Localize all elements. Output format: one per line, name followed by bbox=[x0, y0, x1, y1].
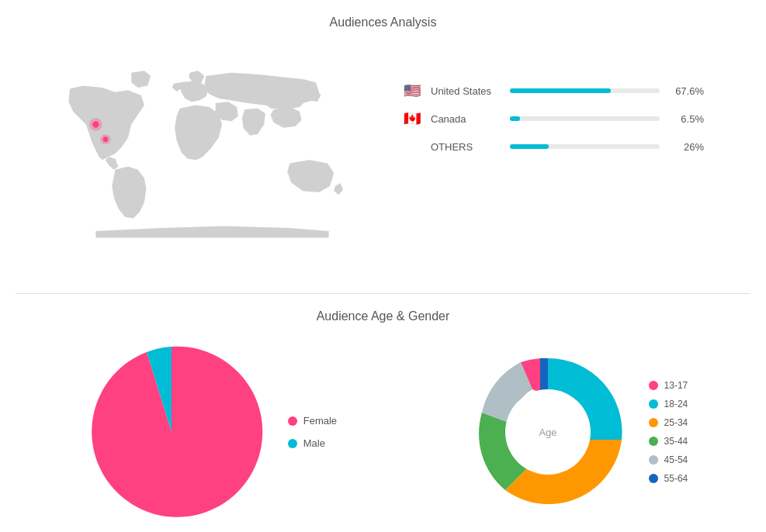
donut-center-text: Age bbox=[539, 427, 556, 438]
label-5564: 55-64 bbox=[664, 473, 688, 484]
label-2534: 25-34 bbox=[664, 417, 688, 428]
world-map-svg bbox=[31, 60, 393, 247]
female-slice bbox=[92, 347, 262, 517]
dot-3544 bbox=[649, 437, 658, 446]
legend-container: 🇺🇸 United States 67.6% 🇨🇦 Canada 6.5% O bbox=[393, 60, 719, 183]
female-label: Female bbox=[303, 415, 337, 427]
donut-svg: Age bbox=[463, 347, 633, 517]
charts-row: Female Male bbox=[16, 339, 750, 525]
gender-legend-female: Female bbox=[288, 415, 337, 427]
dot-4554 bbox=[649, 455, 658, 465]
female-dot bbox=[288, 416, 297, 426]
flag-us: 🇺🇸 bbox=[401, 84, 423, 98]
age-legend-1317: 13-17 bbox=[649, 380, 688, 391]
legend-row-us: 🇺🇸 United States 67.6% bbox=[401, 84, 704, 98]
flag-others bbox=[401, 140, 423, 154]
bar-fill-others bbox=[510, 144, 549, 149]
gender-legend: Female Male bbox=[288, 415, 337, 449]
label-3544: 35-44 bbox=[664, 436, 688, 447]
dot-2534 bbox=[649, 418, 658, 427]
label-others: OTHERS bbox=[431, 141, 501, 153]
bar-track-others bbox=[510, 144, 660, 149]
bar-track-ca bbox=[510, 116, 660, 121]
svg-point-1 bbox=[92, 121, 99, 127]
age-legend-5564: 55-64 bbox=[649, 473, 688, 484]
age-legend-2534: 25-34 bbox=[649, 417, 688, 428]
audiences-analysis-section: Audiences Analysis bbox=[0, 0, 766, 293]
legend-row-ca: 🇨🇦 Canada 6.5% bbox=[401, 112, 704, 126]
pct-ca: 6.5% bbox=[669, 113, 704, 125]
age-legend-1824: 18-24 bbox=[649, 399, 688, 409]
bar-track-us bbox=[510, 88, 660, 93]
male-label: Male bbox=[303, 437, 325, 449]
gender-legend-male: Male bbox=[288, 437, 337, 449]
dot-5564 bbox=[649, 474, 658, 483]
pie-svg bbox=[78, 339, 265, 525]
age-gender-title: Audience Age & Gender bbox=[16, 309, 750, 323]
pct-others: 26% bbox=[669, 141, 704, 153]
svg-point-3 bbox=[103, 136, 109, 142]
dot-1824 bbox=[649, 399, 658, 409]
page-title: Audiences Analysis bbox=[31, 16, 735, 29]
bar-fill-ca bbox=[510, 116, 520, 121]
seg-5564 bbox=[540, 358, 548, 393]
pct-us: 67.6% bbox=[669, 85, 704, 97]
label-1824: 18-24 bbox=[664, 399, 688, 409]
male-dot bbox=[288, 439, 297, 448]
gender-chart-group: Female Male bbox=[78, 339, 337, 525]
dot-1317 bbox=[649, 381, 658, 390]
legend-row-others: OTHERS 26% bbox=[401, 140, 704, 154]
pie-chart-wrapper bbox=[78, 339, 265, 525]
bar-fill-us bbox=[510, 88, 611, 93]
flag-ca: 🇨🇦 bbox=[401, 112, 423, 126]
bottom-section: Audience Age & Gender Female bbox=[0, 294, 766, 532]
label-1317: 13-17 bbox=[664, 380, 688, 391]
age-legend-4554: 45-54 bbox=[649, 454, 688, 465]
age-legend-3544: 35-44 bbox=[649, 436, 688, 447]
label-us: United States bbox=[431, 85, 501, 97]
donut-chart-wrapper: Age bbox=[463, 347, 633, 517]
label-4554: 45-54 bbox=[664, 454, 688, 465]
age-legend: 13-17 18-24 25-34 35-44 45-54 bbox=[649, 380, 688, 484]
label-ca: Canada bbox=[431, 113, 501, 125]
map-container bbox=[31, 60, 393, 262]
age-chart-group: Age 13-17 18-24 25-34 bbox=[463, 347, 688, 517]
top-section: 🇺🇸 United States 67.6% 🇨🇦 Canada 6.5% O bbox=[31, 45, 735, 278]
